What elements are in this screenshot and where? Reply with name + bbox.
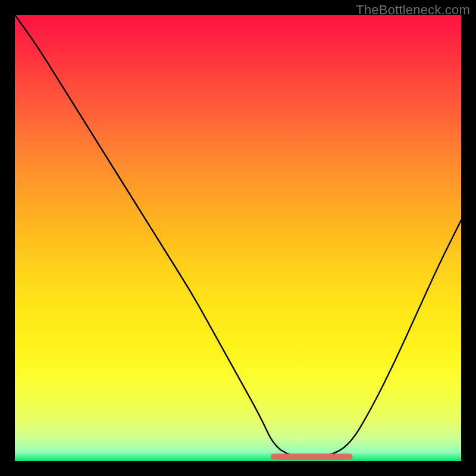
plot-area [15, 15, 461, 461]
curve-svg [15, 15, 461, 461]
chart-frame: TheBottleneck.com [0, 0, 476, 476]
bottleneck-curve-path [15, 15, 461, 457]
